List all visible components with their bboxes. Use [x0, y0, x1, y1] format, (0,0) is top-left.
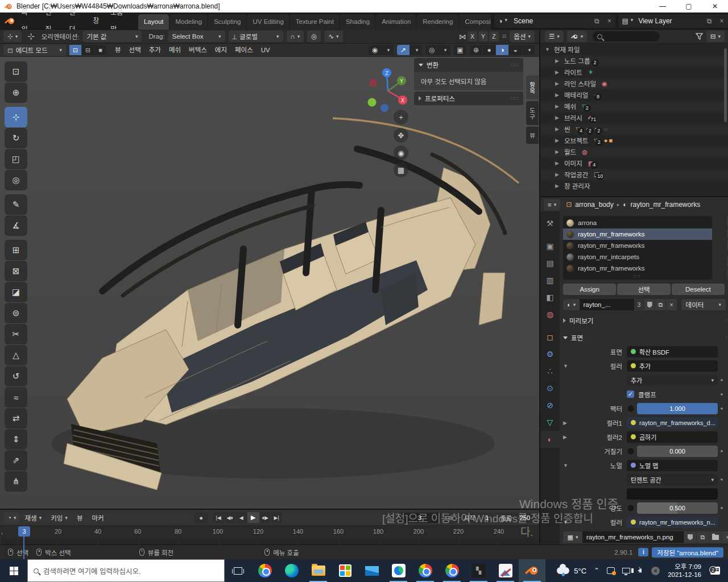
end-frame-field[interactable]: 종료 250	[495, 513, 535, 523]
preview-range-toggle[interactable]: ◷	[444, 513, 457, 523]
filter-icon[interactable]	[696, 33, 703, 40]
tab-modifiers[interactable]: ⚙	[540, 346, 560, 363]
menu-mesh[interactable]: 메쉬	[165, 45, 185, 56]
material-name-field[interactable]: rayton_...	[580, 299, 634, 310]
taskbar-blender-active[interactable]	[519, 559, 545, 582]
material-browse-dropdown[interactable]: ◐▾	[563, 299, 580, 310]
network-icon[interactable]	[622, 568, 630, 573]
tab-modeling[interactable]: Modeling	[169, 14, 208, 30]
outliner-item-meshes[interactable]: ▶ 메쉬 ▽ 2	[540, 101, 728, 112]
normal-color-field[interactable]: rayton_mr_frameworks_n...	[627, 517, 718, 528]
view-layer-icon[interactable]: ▤▾	[619, 17, 636, 25]
expand-arrow-icon[interactable]: ▼	[563, 463, 572, 468]
material-slot[interactable]: arrona	[563, 217, 712, 228]
snap-target-icon[interactable]: ⌗	[502, 32, 506, 41]
outliner-item-line-styles[interactable]: ▶ 라인 스타일 ◉	[540, 78, 728, 89]
tool-annotate[interactable]: ✎	[5, 194, 27, 215]
tab-shading[interactable]: Shading	[340, 14, 375, 30]
taskbar-paint[interactable]	[492, 559, 519, 582]
visibility-dropdown[interactable]: ◉	[369, 45, 381, 55]
xray-toggle[interactable]: ▣	[454, 45, 466, 55]
image-name-field[interactable]: rayton_mr_frameworks_n.png	[582, 531, 684, 543]
perspective-toggle-button[interactable]: ▦	[394, 163, 408, 177]
deselect-button[interactable]: Deselect	[672, 284, 725, 295]
image-browse-dropdown[interactable]: ▦▾	[563, 531, 582, 543]
tab-data[interactable]: ▽	[540, 414, 560, 431]
image-open-button[interactable]	[709, 531, 721, 543]
scene-name[interactable]: Scene	[511, 17, 590, 25]
face-select-mode-button[interactable]: ■	[94, 45, 106, 55]
taskbar-mail[interactable]	[358, 559, 385, 582]
gizmos-toggle[interactable]: ↗	[397, 45, 410, 55]
color-input-field[interactable]: 추가	[627, 360, 718, 372]
menu-playback[interactable]: 재생▾	[20, 513, 46, 522]
task-view-button[interactable]	[225, 559, 251, 582]
expand-arrow-icon[interactable]: ▶	[563, 420, 572, 426]
tool-inset-faces[interactable]: ⊠	[5, 261, 27, 281]
next-keyframe-button[interactable]: ♦▶	[260, 512, 271, 523]
outliner-item-scenes[interactable]: ▶ 씬 ▽ 4 ● 2 ■ 2 ◌	[540, 123, 728, 135]
expand-arrow-icon[interactable]: ▶	[555, 183, 564, 189]
tool-bevel[interactable]: ◪	[5, 282, 27, 302]
overlays-toggle[interactable]: ◎	[425, 45, 438, 55]
properties-panel-header[interactable]: 프로퍼티스 ∷∷	[414, 92, 523, 105]
menu-window[interactable]: 창	[87, 13, 105, 30]
unlink-scene-icon[interactable]: ×	[603, 17, 615, 25]
link-mode-dropdown[interactable]: 데이터▾	[681, 299, 726, 310]
car-model[interactable]	[17, 102, 523, 500]
outliner-item-workspaces[interactable]: ▶ 작업공간 ❏ 10	[540, 169, 728, 180]
taskbar-gimp[interactable]: ▚	[465, 559, 492, 582]
material-slot[interactable]: rayton_mr_frameworks	[563, 240, 712, 251]
outliner-item-node-groups[interactable]: ▶ 노드 그룹 2	[540, 55, 728, 66]
tab-particles[interactable]: ∴	[540, 363, 560, 380]
tab-rendering[interactable]: Rendering	[417, 14, 458, 30]
shading-wireframe-button[interactable]: ⊕	[470, 45, 482, 55]
tool-rotate[interactable]: ↻	[5, 128, 27, 148]
tool-move[interactable]: ⊹	[5, 107, 27, 127]
tool-poly-build[interactable]: △	[5, 345, 27, 365]
panel-collapse-arrow-icon[interactable]: ‹	[1, 530, 3, 537]
jump-to-end-button[interactable]: ▶|	[271, 512, 282, 523]
panel-grip-icon[interactable]: ∷∷	[511, 95, 519, 101]
tab-uv-editing[interactable]: UV Editing	[247, 14, 289, 30]
tab-tool[interactable]: ⚒	[540, 215, 560, 232]
expand-arrow-icon[interactable]: ▶	[555, 69, 564, 75]
panel-grip-icon[interactable]: ∷∷	[726, 335, 728, 340]
decorator-knob-icon[interactable]	[627, 504, 635, 512]
tool-extrude[interactable]: ⊞	[5, 240, 27, 260]
outliner-display-mode-dropdown[interactable]: ▾	[567, 31, 588, 42]
factor-slider[interactable]: 1.000	[637, 403, 718, 414]
tool-edge-slide[interactable]: ⇄	[5, 408, 27, 429]
menu-vertex[interactable]: 버텍스	[185, 45, 211, 56]
tab-scene[interactable]: ◧	[540, 289, 560, 306]
color2-field[interactable]: 곱하기	[627, 431, 718, 443]
taskbar-chrome-3[interactable]	[439, 559, 465, 582]
clock[interactable]: 오후 7:09 2021-12-16	[668, 563, 701, 579]
expand-arrow-icon[interactable]: ▶	[555, 103, 564, 109]
outliner-item-lights[interactable]: ▶ 라이트 ☀	[540, 66, 728, 78]
falloff-dropdown[interactable]: ∿▾	[324, 31, 342, 42]
surface-panel-header[interactable]: 표면 ∷∷	[563, 331, 728, 344]
menu-add[interactable]: 추가	[145, 45, 165, 56]
new-view-layer-icon[interactable]: ⧉	[703, 17, 715, 25]
camera-view-button[interactable]: ◉	[394, 146, 408, 160]
mirror-z-toggle[interactable]: Z	[489, 31, 499, 41]
uv-map-field[interactable]	[627, 488, 718, 500]
tab-constraints[interactable]: ⊘	[540, 397, 560, 414]
menu-uv[interactable]: UV	[257, 45, 274, 56]
menu-keying[interactable]: 키잉▾	[46, 513, 72, 522]
menu-view[interactable]: 뷰	[111, 45, 125, 56]
options-dropdown[interactable]: 옵션▾	[510, 31, 535, 42]
zoom-button[interactable]: +	[394, 110, 408, 124]
shading-rendered-button[interactable]: ◒	[509, 45, 522, 55]
tool-shrink-fatten[interactable]: ⇕	[5, 429, 27, 450]
visibility-chevron-icon[interactable]: ▾	[381, 45, 394, 55]
fake-user-button[interactable]	[644, 299, 655, 310]
gizmo-move-icon[interactable]: ⊹	[27, 31, 35, 41]
orientation-dropdown[interactable]: 기본 값▾	[82, 31, 142, 42]
taskbar-search[interactable]: 검색하려면 여기에 입력하십시오.	[27, 559, 225, 582]
tool-transform[interactable]: ◎	[5, 170, 27, 190]
start-button[interactable]	[0, 559, 27, 582]
taskbar-explorer[interactable]	[305, 559, 332, 582]
animate-dot-icon[interactable]: ●	[718, 377, 726, 383]
